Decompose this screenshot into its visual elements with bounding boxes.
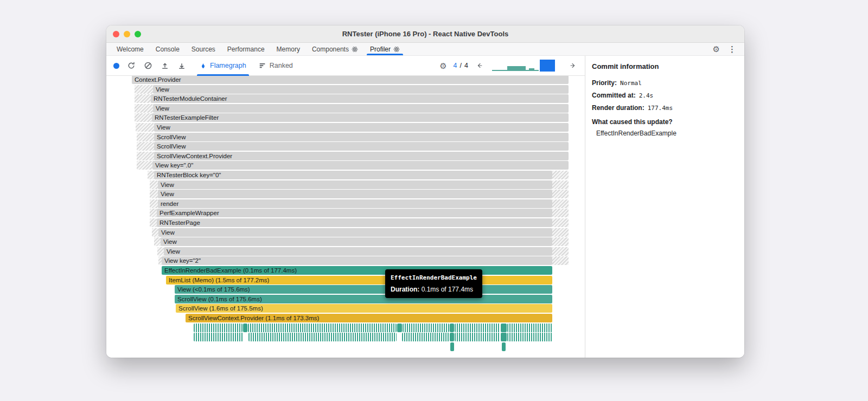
field-label: Priority: [592,79,617,87]
flame-bar[interactable]: ScrollView (1.6ms of 175.5ms) [176,304,552,313]
flame-row: View [106,190,585,198]
tab-ranked[interactable]: Ranked [256,56,296,76]
flame-bar-small[interactable] [501,333,507,341]
flame-row: EffectInRenderBadExample (0.1ms of 177.4… [106,266,585,275]
flame-bar: Context.Provider [132,76,569,84]
update-cause-item[interactable]: EffectInRenderBadExample [592,126,738,137]
block-icon [144,61,152,70]
minimize-button[interactable] [124,31,130,37]
flame-row: View key=".0" [106,161,585,170]
commit-info-panel: Commit information Priority:NormalCommit… [585,56,744,358]
flame-row: View [106,123,585,132]
flame-did-not-render-bar [552,190,569,198]
flame-bar-label: ScrollView (1.6ms of 175.5ms) [176,304,552,313]
flame-bar-label: ScrollView [154,133,569,141]
flame-bar: View [154,123,569,132]
flame-bar-small[interactable] [502,342,506,351]
record-button[interactable] [113,63,119,69]
tooltip-duration-label: Duration: [391,286,419,293]
flame-bar: ScrollView [154,133,569,141]
flame-did-not-render-bar [552,237,569,246]
flame-item-bars[interactable] [455,333,500,341]
flame-bar: View [158,190,552,198]
flame-bar-small[interactable] [450,342,454,351]
flame-item-bars[interactable] [248,333,397,341]
next-commit-button[interactable] [568,61,578,70]
flame-bar: View key=".0" [152,161,569,170]
flame-bar-label: ScrollView [154,142,569,151]
flame-bar[interactable]: ScrollViewContext.Provider (1.1ms of 173… [186,314,552,322]
flame-row: ScrollView [106,142,585,151]
flame-did-not-render-bar [154,237,161,246]
ranked-bars-icon [259,62,266,69]
clear-profile-button[interactable] [143,61,153,70]
flame-did-not-render-bar [552,209,569,217]
flame-bar: PerfExampleWrapper [157,209,552,217]
flame-item-bars[interactable] [455,324,500,332]
ranked-tab-label: Ranked [270,62,293,69]
devtools-window: RNTester (iPhone 16 Pro) - React Native … [106,25,744,358]
flame-bar[interactable]: ScrollView (0.1ms of 175.6ms) [175,295,552,303]
tab-console[interactable]: Console [150,43,186,55]
flame-bar-small[interactable] [450,324,454,332]
flame-bar-label: Context.Provider [132,76,569,84]
flame-did-not-render-bar [150,209,157,217]
tab-memory[interactable]: Memory [271,43,306,55]
flame-bar-small[interactable] [397,324,402,332]
flame-item-bars[interactable] [194,324,242,332]
commit-info-fields: Priority:NormalCommitted at:2.4sRender d… [592,79,738,112]
tab-performance[interactable]: Performance [221,43,271,55]
flame-bar-label: View key=".0" [152,161,569,170]
reload-icon [127,61,136,70]
flame-bar-label: ScrollViewContext.Provider (1.1ms of 173… [186,314,552,322]
tab-label: Sources [192,46,215,53]
prev-commit-button[interactable] [475,61,484,70]
flame-tooltip: EffectInRenderBadExample Duration: 0.1ms… [385,269,482,298]
flame-item-bars[interactable] [402,333,449,341]
flame-row: View [106,180,585,189]
flame-row: RNTesterBlock key="0" [106,171,585,179]
export-profile-button[interactable] [177,61,187,70]
flame-did-not-render-bar [552,228,569,237]
flame-bar-label: ScrollViewContext.Provider [154,152,569,160]
flame-item-bars[interactable] [507,333,552,341]
flame-item-bars[interactable] [507,324,552,332]
flame-bar: ScrollView [154,142,569,151]
tab-profiler[interactable]: Profiler [364,43,406,55]
flame-item-bars[interactable] [248,324,397,332]
profiler-settings-icon[interactable]: ⚙ [439,62,446,70]
flame-row: View [106,237,585,246]
tooltip-duration: Duration: 0.1ms of 177.4ms [391,286,477,293]
flame-item-bars[interactable] [403,324,449,332]
flame-bar-label: View (<0.1ms of 175.6ms) [175,285,552,294]
tab-flamegraph[interactable]: Flamegraph [197,56,249,76]
flame-bar-small[interactable] [243,324,247,332]
tab-components[interactable]: Components [306,43,364,55]
flame-row: View key="2" [106,256,585,265]
field-value: Normal [620,80,642,87]
reload-profile-button[interactable] [126,61,136,70]
flame-bar-small[interactable] [450,333,454,341]
flame-bar[interactable]: ItemList (Memo) (1.5ms of 177.2ms) [166,276,552,284]
more-menu-icon[interactable]: ⋮ [728,45,736,53]
flame-bar[interactable]: View (<0.1ms of 175.6ms) [175,285,552,294]
settings-gear-icon[interactable]: ⚙ [713,45,720,53]
flame-bar-small[interactable] [501,324,507,332]
close-button[interactable] [113,31,119,37]
zoom-button[interactable] [135,31,141,37]
selected-commit-bar[interactable] [540,60,555,72]
commit-bar-chart[interactable] [491,59,561,72]
flame-bar[interactable]: EffectInRenderBadExample (0.1ms of 177.4… [162,266,552,275]
flamegraph: EffectInRenderBadExample Duration: 0.1ms… [106,76,585,358]
flame-did-not-render-bar [137,133,154,141]
flame-row: render [106,199,585,208]
devtools-body: Flamegraph Ranked ⚙ 4 / 4 [106,56,744,358]
flame-row: RNTesterPage [106,218,585,227]
tab-welcome[interactable]: Welcome [111,43,150,55]
import-profile-button[interactable] [160,61,170,70]
flame-row [106,342,585,351]
flame-item-bars[interactable] [194,333,243,341]
tab-sources[interactable]: Sources [186,43,221,55]
flame-row: View [106,247,585,256]
current-commit-number: 4 [454,62,457,69]
